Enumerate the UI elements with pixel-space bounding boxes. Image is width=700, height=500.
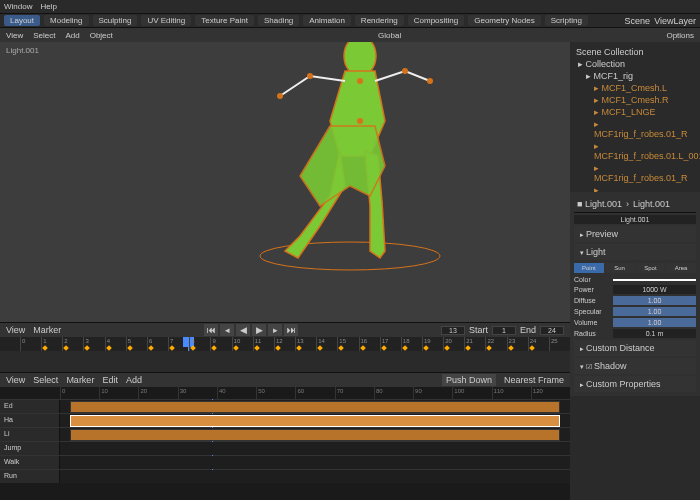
nla-track[interactable]: Ha [0,413,570,427]
timeline-tick[interactable]: 2 [62,337,83,351]
panel-light[interactable]: ▾ Light [574,244,696,260]
outliner-root[interactable]: Scene Collection [574,46,696,58]
nla-menu-select[interactable]: Select [33,375,58,385]
timeline-tick[interactable]: 25 [549,337,570,351]
timeline-tick[interactable]: 15 [337,337,358,351]
nla-tick[interactable]: 10 [99,387,138,399]
timeline-tick[interactable]: 12 [274,337,295,351]
menu-view[interactable]: View [6,31,23,40]
timeline-tick[interactable]: 1 [41,337,62,351]
end-frame-field[interactable] [540,326,564,335]
nla-tick[interactable]: 0 [60,387,99,399]
nla-track[interactable]: Run [0,469,570,483]
timeline-tick[interactable]: 11 [253,337,274,351]
track-label[interactable]: Ha [0,414,60,427]
timeline-tick[interactable]: 0 [20,337,41,351]
keyframe-prev-button[interactable]: ◂ [220,324,234,336]
tab-compositing[interactable]: Compositing [408,15,464,26]
timeline-tick[interactable]: 20 [443,337,464,351]
tab-modeling[interactable]: Modeling [44,15,88,26]
nla-track[interactable]: Jump [0,441,570,455]
nla-strip[interactable] [70,429,560,441]
nla-menu-add[interactable]: Add [126,375,142,385]
nla-strip[interactable] [70,415,560,427]
tab-layout[interactable]: Layout [4,15,40,26]
tl-menu-view[interactable]: View [6,325,25,335]
nla-tick[interactable]: 90 [413,387,452,399]
outliner-item[interactable]: ▸ MCF1_Cmesh.L [574,82,696,94]
play-reverse-button[interactable]: ◀ [236,324,250,336]
tab-uv[interactable]: UV Editing [141,15,191,26]
nla-tick[interactable]: 110 [492,387,531,399]
timeline-tick[interactable]: 19 [422,337,443,351]
light-type-point[interactable]: Point [574,263,604,273]
jump-end-button[interactable]: ⏭ [284,324,298,336]
light-name-field[interactable]: Light.001 [574,215,696,224]
outliner-item[interactable]: ▸ MCF1rig_f_robes.01.L_001 [574,140,696,162]
viewlayer-label[interactable]: ViewLayer [654,16,696,26]
nla-menu-marker[interactable]: Marker [66,375,94,385]
nla-tracks[interactable]: EdHaLiJumpWalkRun [0,399,570,483]
tab-texture[interactable]: Texture Paint [195,15,254,26]
start-frame-field[interactable] [492,326,516,335]
nla-tick[interactable]: 100 [452,387,491,399]
orientation-dropdown[interactable]: Global [378,31,401,40]
nla-track[interactable]: Ed [0,399,570,413]
current-frame-field[interactable] [441,326,465,335]
breadcrumb-object[interactable]: ■ Light.001 [577,199,622,209]
tab-animation[interactable]: Animation [303,15,351,26]
keyframe-next-button[interactable]: ▸ [268,324,282,336]
color-swatch[interactable] [613,279,696,281]
nla-tick[interactable]: 80 [374,387,413,399]
nla-track[interactable]: Walk [0,455,570,469]
menu-object[interactable]: Object [90,31,113,40]
options-dropdown[interactable]: Options [666,31,694,40]
timeline-tick[interactable]: 3 [83,337,104,351]
tab-sculpting[interactable]: Sculpting [93,15,138,26]
nla-tick[interactable]: 20 [138,387,177,399]
light-type-area[interactable]: Area [666,263,696,273]
snap-dropdown[interactable]: Nearest Frame [504,375,564,385]
timeline-tick[interactable]: 6 [147,337,168,351]
nla-track[interactable]: Li [0,427,570,441]
tab-shading[interactable]: Shading [258,15,299,26]
power-field[interactable]: 1000 W [613,285,696,294]
tab-rendering[interactable]: Rendering [355,15,404,26]
outliner-item[interactable]: ▸ MCF1rig_f_robes.01_L.001 [574,184,696,192]
outliner-item[interactable]: ▸ MCF1_rig [574,70,696,82]
tab-geo[interactable]: Geometry Nodes [468,15,540,26]
nla-tick[interactable]: 120 [531,387,570,399]
nla-tick[interactable]: 50 [256,387,295,399]
timeline-tick[interactable]: 24 [528,337,549,351]
outliner-item[interactable]: ▸ Collection [574,58,696,70]
timeline-tick[interactable]: 5 [126,337,147,351]
scene-label[interactable]: Scene [625,16,651,26]
light-type-spot[interactable]: Spot [636,263,666,273]
outliner-item[interactable]: ▸ MCF1_Cmesh.R [574,94,696,106]
specular-field[interactable]: 1.00 [613,307,696,316]
track-label[interactable]: Li [0,428,60,441]
play-button[interactable]: ▶ [252,324,266,336]
panel-shadow[interactable]: ▾ ☑ Shadow [574,358,696,374]
timeline-tick[interactable]: 16 [359,337,380,351]
nla-tick[interactable]: 60 [295,387,334,399]
panel-custom-distance[interactable]: ▸ Custom Distance [574,340,696,356]
timeline-tick[interactable]: 9 [210,337,231,351]
nla-menu-view[interactable]: View [6,375,25,385]
timeline-tick[interactable]: 18 [401,337,422,351]
timeline-tick[interactable]: 17 [380,337,401,351]
timeline-tick[interactable]: 23 [507,337,528,351]
tab-scripting[interactable]: Scripting [545,15,588,26]
nla-tick[interactable]: 30 [178,387,217,399]
nla-menu-edit[interactable]: Edit [102,375,118,385]
outliner-item[interactable]: ▸ MCF1_LNGE [574,106,696,118]
timeline-tick[interactable]: 7 [168,337,189,351]
nla-tick[interactable]: 70 [335,387,374,399]
track-label[interactable]: Jump [0,442,60,455]
radius-field[interactable]: 0.1 m [613,329,696,338]
track-label[interactable]: Walk [0,456,60,469]
timeline-tick[interactable]: 10 [232,337,253,351]
timeline-ruler[interactable]: 0123456789101112131415161718192021222324… [0,337,570,351]
panel-preview[interactable]: ▸ Preview [574,226,696,242]
nla-tick[interactable]: 40 [217,387,256,399]
